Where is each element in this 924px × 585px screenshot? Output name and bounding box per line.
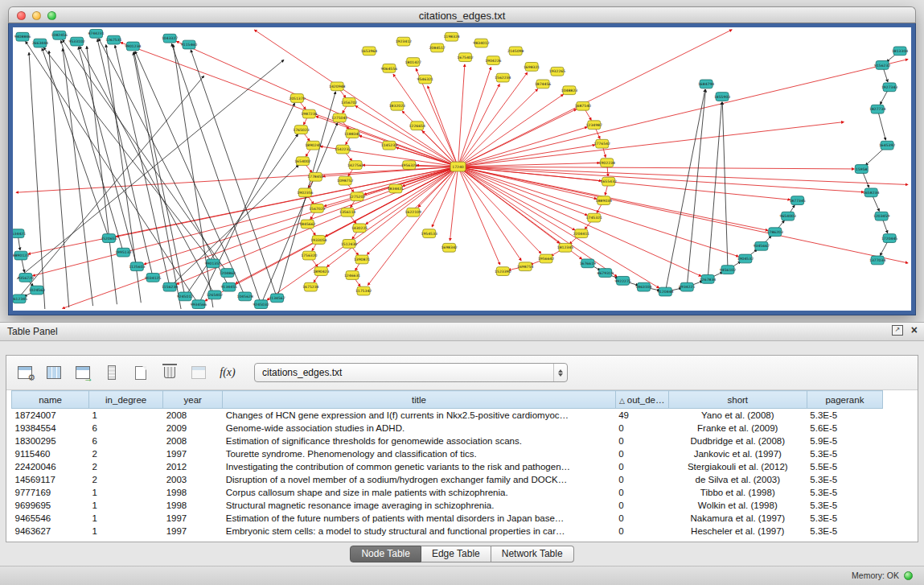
column-header-name[interactable]: name — [12, 391, 89, 409]
network-node[interactable]: 1987234 — [301, 109, 317, 118]
citation-edge-red[interactable] — [458, 64, 465, 167]
table-cell[interactable]: 1 — [89, 409, 163, 422]
table-cell[interactable]: 1997 — [163, 447, 223, 460]
network-node[interactable]: 1654002 — [294, 157, 310, 166]
table-cell[interactable]: Disruption of a novel member of a sodium… — [223, 473, 615, 486]
network-node[interactable]: 2520655 — [101, 234, 117, 243]
network-node[interactable]: 9156232 — [874, 61, 890, 70]
network-node[interactable]: 1877345 — [789, 196, 805, 205]
network-node[interactable]: 1275041 — [331, 113, 347, 122]
table-cell[interactable]: Nakamura et al. (1997) — [668, 512, 807, 525]
network-node[interactable]: 1890423 — [313, 267, 329, 276]
citation-edge-red[interactable] — [458, 167, 659, 288]
network-node[interactable]: 8679319 — [598, 269, 614, 278]
network-node[interactable]: 2145098 — [507, 47, 524, 56]
table-cell[interactable]: 2 — [89, 460, 163, 473]
delete-column-icon[interactable] — [158, 360, 182, 385]
table-cell[interactable]: 0 — [615, 486, 668, 499]
citation-edge-red[interactable] — [428, 86, 458, 167]
network-node[interactable]: 8744231 — [88, 29, 104, 38]
table-cell[interactable]: 9465546 — [12, 512, 89, 525]
network-node[interactable]: 1687540 — [575, 101, 591, 110]
network-node[interactable]: 1265402 — [207, 290, 223, 299]
table-cell[interactable]: 1 — [89, 486, 163, 499]
table-cell[interactable]: 9463627 — [12, 525, 89, 538]
network-node[interactable]: 9546321 — [417, 75, 433, 84]
table-cell[interactable]: Changes of HCN gene expression and I(f) … — [223, 409, 615, 422]
table-cell[interactable]: 5.3E-5 — [807, 409, 882, 422]
column-header-out-de-[interactable]: △out_de… — [615, 391, 668, 409]
network-node[interactable]: 9134455 — [221, 282, 237, 291]
table-cell[interactable]: Estimation of significance thresholds fo… — [223, 435, 615, 447]
network-node[interactable]: 1356702 — [341, 98, 357, 107]
network-node[interactable]: 1675402 — [457, 53, 473, 62]
table-row[interactable]: 977716911998Corpus callosum shape and si… — [12, 486, 883, 499]
network-node[interactable]: 9533102 — [68, 37, 84, 46]
network-node[interactable]: 1932265 — [549, 67, 565, 76]
citation-edge-black[interactable] — [42, 48, 109, 238]
network-node[interactable]: 9534421 — [13, 229, 26, 238]
network-node[interactable]: 1512430 — [341, 240, 357, 249]
citation-edge-red[interactable] — [368, 167, 458, 285]
network-node[interactable]: 8612345 — [13, 295, 27, 303]
network-node[interactable]: 1645392 — [879, 141, 895, 150]
network-node[interactable]: 1698754 — [517, 262, 533, 271]
network-node[interactable]: 1927343 — [881, 83, 897, 92]
citation-edge-red[interactable] — [28, 167, 458, 254]
network-node[interactable]: 9408846 — [14, 32, 31, 41]
network-node[interactable]: 9901355 — [205, 259, 221, 268]
network-node[interactable]: 1246631 — [344, 271, 360, 280]
memory-status-icon[interactable] — [904, 571, 913, 580]
network-node[interactable]: 1175342 — [355, 286, 372, 295]
tab-edge-table[interactable]: Edge Table — [421, 546, 491, 562]
citation-network-graph[interactable]: 1724016539649064556192341218014279546321… — [13, 27, 911, 311]
network-node[interactable]: 1098752 — [337, 176, 353, 185]
network-node[interactable]: 9834012 — [473, 39, 489, 47]
close-panel-icon[interactable]: × — [911, 324, 918, 336]
network-node[interactable]: 1756320 — [301, 251, 317, 260]
citation-edge-black[interactable] — [170, 165, 298, 287]
column-header-year[interactable]: year — [163, 391, 223, 409]
table-cell[interactable]: Investigating the contribution of common… — [223, 460, 615, 473]
citation-edge-black[interactable] — [687, 89, 705, 286]
citation-edge-red[interactable] — [458, 89, 538, 167]
network-node[interactable]: 1720445 — [881, 234, 897, 243]
network-node[interactable]: 1904532 — [737, 254, 754, 263]
network-node[interactable]: 1954533 — [421, 229, 437, 238]
network-node[interactable]: 1684794 — [698, 80, 714, 89]
table-row[interactable]: 1938455462009Genome-wide association stu… — [12, 422, 883, 435]
network-node[interactable]: 1275202 — [349, 192, 365, 201]
tab-node-table[interactable]: Node Table — [350, 546, 421, 562]
citation-edge-black[interactable] — [14, 76, 204, 303]
citation-edge-red[interactable] — [355, 105, 458, 167]
network-node[interactable]: 9120448 — [657, 287, 673, 296]
network-node[interactable]: 1801427 — [405, 58, 421, 67]
table-cell[interactable]: 1998 — [163, 499, 223, 512]
network-node[interactable]: 1995133 — [115, 248, 131, 257]
table-cell[interactable]: 1997 — [163, 512, 223, 525]
citation-edge-black[interactable] — [722, 102, 728, 270]
network-node[interactable]: 2051370 — [289, 94, 305, 103]
network-node[interactable]: 1048823 — [561, 86, 577, 95]
citation-edge-red[interactable] — [458, 167, 909, 263]
import-table-icon[interactable] — [71, 360, 95, 385]
table-cell[interactable]: 1998 — [163, 486, 223, 499]
network-node[interactable]: 1043327 — [162, 34, 178, 43]
network-node[interactable]: 1933054 — [310, 236, 326, 245]
network-node[interactable]: 1655432 — [601, 177, 617, 186]
network-node[interactable]: 1765023 — [293, 126, 309, 134]
network-node[interactable]: 2084517 — [429, 43, 445, 52]
create-column-icon[interactable] — [129, 360, 153, 385]
network-node[interactable]: 1832023 — [389, 101, 405, 110]
table-cell[interactable]: 5.3E-5 — [807, 486, 882, 499]
table-cell[interactable]: Tibbo et al. (1998) — [668, 486, 807, 499]
table-cell[interactable]: Embryonic stem cells: a model to study s… — [223, 525, 615, 538]
table-cell[interactable]: 6 — [89, 422, 163, 435]
table-cell[interactable]: 1 — [89, 525, 163, 538]
table-cell[interactable]: Wolkin et al. (1998) — [668, 499, 807, 512]
network-node[interactable]: 1188345 — [344, 130, 360, 138]
rename-column-icon[interactable] — [187, 360, 211, 385]
column-header-short[interactable]: short — [668, 391, 807, 409]
network-node[interactable]: 1198324 — [443, 32, 459, 41]
citation-edge-red[interactable] — [458, 84, 500, 167]
